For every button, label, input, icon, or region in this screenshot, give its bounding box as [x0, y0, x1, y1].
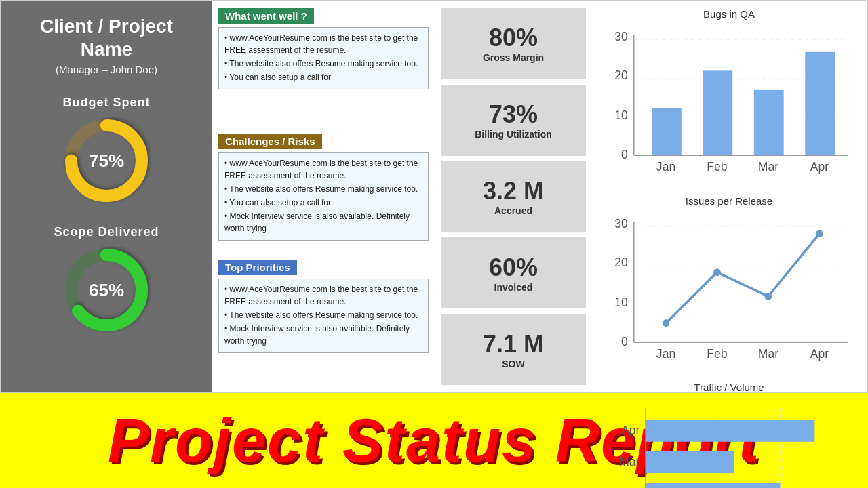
issues-per-release-area: 0 10 20 30 — [598, 209, 860, 379]
svg-text:30: 30 — [614, 216, 628, 230]
svg-rect-49 — [646, 451, 734, 473]
list-item: You can also setup a call for — [224, 197, 422, 209]
traffic-volume-area: 0 10 20 30 Apr Mar — [598, 396, 860, 488]
svg-text:30: 30 — [614, 30, 628, 43]
svg-text:20: 20 — [614, 68, 628, 82]
priorities-content: www.AceYourResume.com is the best site t… — [218, 279, 429, 353]
challenges-header: Challenges / Risks — [218, 134, 322, 149]
charts-panel: Bugs in QA 0 10 20 30 — [591, 1, 867, 392]
challenges-section: Challenges / Risks www.AceYourResume.com… — [218, 134, 429, 252]
svg-text:Feb: Feb — [707, 347, 727, 361]
bugs-in-qa-area: 0 10 20 30 — [598, 22, 860, 192]
list-item: www.AceYourResume.com is the best site t… — [224, 283, 422, 308]
metric-name-billing: Billing Utilization — [475, 129, 552, 140]
list-item: The website also offers Resume making se… — [224, 183, 422, 195]
metric-name-gross-margin: Gross Margin — [483, 52, 544, 63]
metric-name-sow: SOW — [502, 359, 524, 369]
middle-panel: What went well ? www.AceYourResume.com i… — [212, 1, 435, 392]
list-item: www.AceYourResume.com is the best site t… — [224, 32, 422, 56]
svg-rect-47 — [646, 420, 814, 442]
svg-rect-15 — [754, 90, 784, 155]
budget-percent: 75% — [89, 150, 124, 171]
list-item: Mock Interview service is also available… — [224, 323, 422, 347]
svg-text:0: 0 — [621, 148, 628, 161]
svg-text:Mar: Mar — [758, 347, 778, 361]
traffic-volume-chart: Traffic / Volume 0 10 20 30 — [598, 382, 860, 488]
metric-billing: 73% Billing Utilization — [441, 85, 586, 156]
metric-invoiced: 60% Invoiced — [441, 237, 586, 308]
scope-label: Scope Delivered — [54, 225, 159, 239]
scope-donut: 65% — [62, 246, 151, 334]
issues-per-release-title: Issues per Release — [598, 195, 860, 207]
svg-rect-13 — [652, 108, 682, 156]
priorities-list: www.AceYourResume.com is the best site t… — [224, 283, 422, 347]
what-went-well-content: www.AceYourResume.com is the best site t… — [218, 27, 429, 89]
what-went-well-header: What went well ? — [218, 8, 314, 24]
svg-text:Apr: Apr — [810, 347, 829, 361]
budget-label: Budget Spent — [63, 96, 151, 110]
svg-rect-16 — [805, 52, 835, 155]
metric-gross-margin: 80% Gross Margin — [441, 8, 586, 79]
what-went-well-list: www.AceYourResume.com is the best site t… — [224, 32, 422, 83]
bugs-in-qa-chart: Bugs in QA 0 10 20 30 — [598, 8, 860, 192]
svg-rect-14 — [703, 70, 732, 155]
svg-rect-51 — [646, 483, 780, 488]
svg-point-30 — [663, 319, 670, 327]
list-item: Mock Interview service is also available… — [224, 210, 422, 235]
issues-per-release-chart: Issues per Release 0 10 20 30 — [598, 195, 860, 379]
project-title: Client / Project Name — [12, 15, 201, 60]
svg-text:10: 10 — [614, 295, 628, 308]
priorities-section: Top Priorities www.AceYourResume.com is … — [218, 260, 429, 378]
svg-text:Apr: Apr — [621, 424, 639, 437]
svg-text:0: 0 — [621, 335, 628, 348]
traffic-volume-title: Traffic / Volume — [598, 382, 860, 393]
metrics-panel: 80% Gross Margin 73% Billing Utilization… — [435, 1, 591, 392]
challenges-content: www.AceYourResume.com is the best site t… — [218, 152, 429, 241]
svg-text:Jan: Jan — [656, 347, 675, 361]
svg-text:Apr: Apr — [810, 160, 829, 174]
svg-point-31 — [713, 268, 721, 276]
scope-percent: 65% — [89, 280, 124, 301]
svg-point-32 — [765, 293, 772, 300]
manager-name: (Manager – John Doe) — [56, 64, 157, 75]
svg-text:10: 10 — [614, 108, 628, 122]
metric-value-sow: 7.1 M — [483, 330, 544, 359]
metric-sow: 7.1 M SOW — [441, 314, 586, 385]
list-item: www.AceYourResume.com is the best site t… — [224, 157, 422, 182]
svg-text:Mar: Mar — [619, 455, 639, 469]
list-item: The website also offers Resume making se… — [224, 309, 422, 321]
metric-value-billing: 73% — [489, 100, 538, 129]
metric-name-accrued: Accrued — [494, 205, 532, 216]
list-item: You can also setup a call for — [224, 71, 422, 83]
metric-value-gross-margin: 80% — [489, 24, 538, 52]
svg-text:Mar: Mar — [758, 160, 778, 174]
budget-donut: 75% — [62, 117, 151, 205]
what-went-well-section: What went well ? www.AceYourResume.com i… — [218, 8, 429, 127]
left-panel: Client / Project Name (Manager – John Do… — [1, 1, 212, 392]
metric-value-invoiced: 60% — [489, 253, 538, 282]
svg-text:Feb: Feb — [707, 160, 727, 174]
svg-text:20: 20 — [614, 255, 628, 268]
priorities-header: Top Priorities — [218, 260, 297, 275]
metric-accrued: 3.2 M Accrued — [441, 161, 586, 232]
svg-point-33 — [816, 230, 823, 237]
metric-value-accrued: 3.2 M — [483, 177, 544, 205]
svg-text:Jan: Jan — [656, 160, 675, 174]
challenges-list: www.AceYourResume.com is the best site t… — [224, 157, 422, 235]
metric-name-invoiced: Invoiced — [494, 282, 533, 293]
bugs-in-qa-title: Bugs in QA — [598, 8, 860, 20]
list-item: The website also offers Resume making se… — [224, 58, 422, 70]
